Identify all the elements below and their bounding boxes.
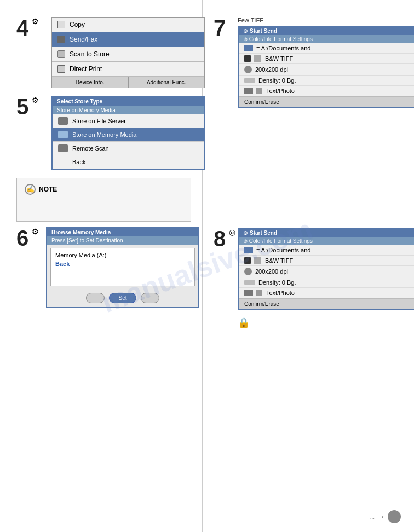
store-item-fileserver[interactable]: Store on File Server [53, 114, 204, 128]
step-6-number: 6 [16, 226, 28, 250]
step-8-row-3: Density: 0 Bg. [239, 277, 414, 288]
cff8-row-0-label: = A:/Documents and _ [256, 247, 316, 253]
cff-icon-1 [244, 55, 251, 62]
store-item-back-label: Back [72, 159, 85, 165]
browse-btn-right[interactable] [141, 293, 159, 303]
note-title: ✍ NOTE [25, 184, 183, 195]
scan-icon [58, 50, 65, 58]
step-7-header2: ⊚ Color/File Format Settings [239, 35, 414, 43]
step-5-icon: ⚙ [32, 96, 39, 105]
browse-item-back[interactable]: Back [55, 259, 190, 268]
menu-item-copy-label: Copy [70, 21, 85, 28]
store-item-memory-label: Store on Memory Media [72, 131, 136, 138]
step-8-panel: ⊙ Start Send ⊚ Color/File Format Setting… [238, 228, 414, 310]
step-7-row-0: = A:/Documents and _ [239, 43, 414, 54]
left-column: 4 ⚙ Copy Send/Fax [0, 0, 203, 532]
step-8-icon: ◎ [229, 228, 235, 236]
step-8-content: ⊙ Start Send ⊚ Color/File Format Setting… [238, 228, 414, 329]
menu-item-sendfax-label: Send/Fax [70, 36, 97, 43]
additional-func-button[interactable]: Additional Func. [129, 77, 205, 88]
right-top-divider [214, 11, 403, 11]
browse-btn-left[interactable] [86, 293, 105, 303]
print-icon [58, 65, 65, 73]
step-8-row-4: Text/Photo [239, 288, 414, 298]
back-icon-5 [58, 158, 68, 166]
step-8-bottom-icon: 🔒 [238, 317, 414, 329]
cff-row-1-label: B&W TIFF [265, 55, 293, 62]
menu-item-copy[interactable]: Copy [52, 18, 204, 32]
step-5-number-col: 5 ⚙ [16, 96, 41, 118]
step-7-row-2: 200x200 dpi [239, 64, 414, 76]
store-item-remotescan[interactable]: Remote Scan [53, 142, 204, 155]
store-item-remotescan-label: Remote Scan [72, 145, 109, 152]
note-icon: ✍ [25, 184, 36, 195]
nav-circle[interactable] [388, 510, 401, 523]
step-7-header1: ⊙ Start Send [239, 27, 414, 35]
browse-item-memory[interactable]: Memory Media (A:) [55, 251, 190, 259]
cff8-row-2-label: 200x200 dpi [255, 268, 288, 275]
store-panel-header: Select Store Type [53, 97, 204, 106]
step-7-confirm[interactable]: Confirm/Erase [239, 96, 414, 107]
browse-content: Memory Media (A:) Back [50, 248, 195, 286]
cff8-icon-3 [244, 280, 255, 285]
cff-icon-2 [244, 66, 252, 73]
menu-item-print[interactable]: Direct Print [52, 62, 204, 77]
step-8-header1: ⊙ Start Send [239, 229, 414, 237]
cff8-color-swatch [254, 257, 261, 264]
step-6-number-col: 6 ⚙ [16, 227, 41, 249]
step-8-row-2: 200x200 dpi [239, 266, 414, 277]
remotescan-icon [58, 144, 68, 152]
right-column: 7 Few TIFF ⊙ Start Send ⊚ Color/File For… [203, 0, 414, 532]
step-4-menu-panel: Copy Send/Fax Scan to Store [51, 17, 205, 88]
step-4-content: Copy Send/Fax Scan to Store [41, 17, 205, 88]
step-8-confirm[interactable]: Confirm/Erase [239, 298, 414, 309]
cff-icon-4b [256, 88, 262, 94]
menu-item-sendfax[interactable]: Send/Fax [52, 32, 204, 47]
cff-row-3-label: Density: 0 Bg. [258, 77, 296, 84]
cff-icon-4 [244, 88, 253, 94]
cff-row-0-label: = A:/Documents and _ [256, 45, 316, 51]
step-4-icon: ⚙ [32, 17, 39, 26]
menu-item-scan[interactable]: Scan to Store [52, 47, 204, 62]
step-4-number-col: 4 ⚙ [16, 17, 41, 39]
step-5-number: 5 [16, 95, 28, 119]
step-4-row: 4 ⚙ Copy Send/Fax [16, 17, 191, 88]
cff8-row-1-label: B&W TIFF [265, 257, 293, 264]
step-8-row-1: B&W TIFF [239, 256, 414, 266]
step-8-row: 8 ◎ ⊙ Start Send ⊚ Color/File Format Set… [214, 228, 403, 329]
bottom-navigation: ... → [370, 510, 401, 523]
device-info-button[interactable]: Device Info. [52, 77, 129, 88]
nav-dots: ... [370, 514, 375, 520]
step-6-icon: ⚙ [32, 227, 39, 236]
step-7-content: Few TIFF ⊙ Start Send ⊚ Color/File Forma… [238, 17, 414, 115]
browse-btn-set[interactable]: Set [109, 293, 136, 303]
copy-icon [58, 21, 65, 28]
top-divider [16, 11, 191, 11]
cff8-icon-0 [244, 247, 253, 253]
store-item-memory[interactable]: Store on Memory Media [53, 128, 204, 142]
note-box: ✍ NOTE [16, 178, 191, 222]
store-item-back[interactable]: Back [53, 155, 204, 169]
fileserver-icon [58, 117, 68, 125]
step-8-header2: ⊚ Color/File Format Settings [239, 237, 414, 245]
memory-icon [58, 131, 68, 138]
cff8-icon-1 [244, 257, 251, 264]
watermark-spacer [214, 118, 403, 228]
step-5-content: Select Store Type Store on Memory Media … [41, 96, 205, 170]
browse-subheader: Press [Set] to Set Destination [47, 236, 198, 245]
note-label: NOTE [39, 186, 57, 193]
menu-item-print-label: Direct Print [70, 65, 102, 73]
browse-header: Browse Memory Media [47, 228, 198, 236]
step-7-row-4: Text/Photo [239, 86, 414, 96]
nav-arrow[interactable]: → [377, 512, 386, 522]
step-7-row: 7 Few TIFF ⊙ Start Send ⊚ Color/File For… [214, 17, 403, 115]
step-8-row-0: = A:/Documents and _ [239, 245, 414, 256]
step-5-panel: Select Store Type Store on Memory Media … [51, 96, 205, 170]
cff-icon-3 [244, 78, 255, 83]
step-6-row: 6 ⚙ Browse Memory Media Press [Set] to S… [16, 227, 191, 308]
cff8-row-4-label: Text/Photo [266, 290, 295, 296]
cff-row-2-label: 200x200 dpi [255, 66, 288, 73]
step-4-number: 4 [16, 16, 28, 40]
few-tiff-label: Few TIFF [238, 17, 414, 24]
step-7-number: 7 [214, 16, 226, 40]
